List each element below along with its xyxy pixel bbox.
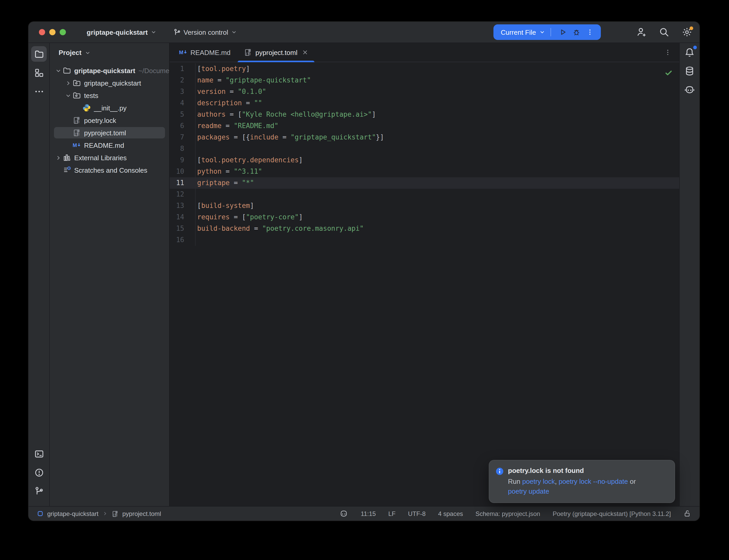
code-line-text: requires = ["poetry-core"] [196,212,303,223]
project-selector[interactable]: griptape-quickstart [83,26,160,38]
status-interpreter[interactable]: Poetry (griptape-quickstart) [Python 3.1… [553,510,671,517]
code-line-11[interactable]: 11griptape = "*" [170,177,679,189]
code-line-12[interactable]: 12 [170,189,679,200]
code-line-5[interactable]: 5authors = ["Kyle Roche <hello@griptape.… [170,109,679,120]
code-line-3[interactable]: 3version = "0.1.0" [170,86,679,97]
search-icon[interactable] [658,26,670,38]
inspection-check-icon[interactable] [665,69,672,77]
debug-bug-icon[interactable] [570,25,583,39]
toml-file-icon: [T] [244,48,252,57]
notification-link[interactable]: poetry lock [522,478,555,485]
problems-icon[interactable] [31,465,47,480]
tab-label: README.md [190,48,231,56]
panel-title: Project [59,49,81,57]
chevron-right-icon[interactable] [64,80,73,86]
project-panel-header[interactable]: Project [50,43,169,62]
code-line-6[interactable]: 6readme = "README.md" [170,120,679,132]
terminal-icon[interactable] [31,446,47,461]
code-line-9[interactable]: 9[tool.poetry.dependencies] [170,155,679,166]
tree-item-griptape-quickstart[interactable]: griptape_quickstart [50,77,169,89]
chevron-right-icon[interactable] [54,154,63,161]
code-line-2[interactable]: 2name = "griptape-quickstart" [170,75,679,86]
status-encoding[interactable]: UTF-8 [408,510,426,517]
more-dots-icon[interactable] [31,83,47,99]
code-line-16[interactable]: 16 [170,234,679,246]
breadcrumb-file[interactable]: pyproject.toml [122,510,161,517]
tree-item-tests[interactable]: tests [50,89,169,102]
code-line-13[interactable]: 13[build-system] [170,200,679,212]
code-line-14[interactable]: 14requires = ["poetry-core"] [170,212,679,223]
copilot-robot-icon[interactable] [339,509,348,518]
left-tool-strip [29,43,50,506]
chevron-down-icon[interactable] [54,67,63,74]
python-icon [82,104,91,112]
chevron-down-icon[interactable] [64,92,73,99]
tree-item--init-py[interactable]: __init__.py [50,102,169,114]
status-line-col[interactable]: 11:15 [360,510,376,517]
tree-item-external-libraries[interactable]: External Libraries [50,151,169,164]
add-user-icon[interactable] [635,26,648,38]
tab-pyproject[interactable]: [T] pyproject.toml [237,43,315,62]
tree-item-griptape-quickstart[interactable]: griptape-quickstart~/Docume [50,64,169,77]
code-line-text: griptape = "*" [196,177,254,189]
line-number: 2 [170,75,196,86]
vcs-widget[interactable]: Version control [170,26,240,38]
minimize-window-button[interactable] [49,29,55,35]
run-config-label[interactable]: Current File [501,28,536,36]
code-line-10[interactable]: 10python = "^3.11" [170,166,679,177]
structure-icon[interactable] [31,65,47,80]
status-indent[interactable]: 4 spaces [438,510,463,517]
editor-column: M README.md [T] pyproject.toml [170,43,679,506]
line-number: 14 [170,212,196,223]
line-number: 6 [170,120,196,132]
folder-src-icon [73,79,81,87]
tree-item-pyproject-toml[interactable]: [T]pyproject.toml [50,127,169,139]
main-area: Project griptape-quickstart~/Documegript… [29,43,699,506]
play-icon[interactable] [556,25,570,39]
code-line-text: authors = ["Kyle Roche <hello@griptape.a… [196,109,376,120]
tree-item-poetry-lock[interactable]: [T]poetry.lock [50,114,169,127]
chevron-down-icon[interactable] [539,29,545,35]
tab-readme[interactable]: M README.md [172,43,237,62]
ide-window: griptape-quickstart Version control [29,22,699,521]
close-window-button[interactable] [39,29,45,35]
database-icon[interactable] [682,63,697,79]
code-line-4[interactable]: 4description = "" [170,97,679,109]
project-tool-button[interactable] [31,46,47,62]
breadcrumb-project[interactable]: griptape-quickstart [47,510,98,517]
close-icon[interactable] [302,49,308,55]
divider [551,28,551,36]
vcs-branch-icon [173,28,181,36]
status-schema[interactable]: Schema: pyproject.json [476,510,540,517]
code-line-text: build-backend = "poetry.core.masonry.api… [196,223,364,234]
notification-link[interactable]: poetry lock --no-update [559,478,628,485]
code-line-7[interactable]: 7packages = [{include = "griptape_quicks… [170,132,679,143]
ai-assistant-icon[interactable] [682,82,697,97]
module-icon [37,510,44,517]
code-line-text [196,189,197,200]
editor-tab-bar: M README.md [T] pyproject.toml [170,43,679,62]
settings-gear-icon[interactable] [681,26,693,38]
unlocked-padlock-icon[interactable] [683,510,691,517]
chevron-down-icon [85,50,91,56]
kebab-menu-icon[interactable] [664,43,679,62]
project-panel: Project griptape-quickstart~/Documegript… [50,43,170,506]
code-line-8[interactable]: 8 [170,143,679,155]
status-line-ending[interactable]: LF [389,510,396,517]
maximize-window-button[interactable] [60,29,66,35]
info-icon [496,467,504,496]
notification-balloon[interactable]: poetry.lock is not found Run poetry lock… [489,460,675,503]
tree-item-readme-md[interactable]: MREADME.md [50,139,169,151]
notifications-bell-icon[interactable] [682,45,697,60]
tree-item-scratches-and-consoles[interactable]: Scratches and Consoles [50,164,169,176]
code-editor[interactable]: 1[tool.poetry]2name = "griptape-quicksta… [170,62,679,506]
kebab-menu-icon[interactable] [583,25,597,39]
tree-item-label: Scratches and Consoles [74,166,147,174]
notification-link[interactable]: poetry update [508,487,549,495]
toml-icon: [T] [73,129,81,137]
chevron-right-icon [102,511,108,516]
code-line-15[interactable]: 15build-backend = "poetry.core.masonry.a… [170,223,679,234]
vcs-branch-icon[interactable] [31,483,47,499]
code-line-text: packages = [{include = "griptape_quickst… [196,132,384,143]
code-line-1[interactable]: 1[tool.poetry] [170,63,679,75]
